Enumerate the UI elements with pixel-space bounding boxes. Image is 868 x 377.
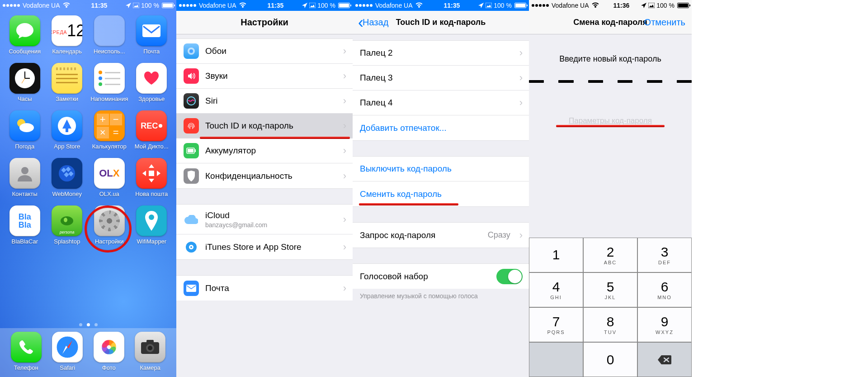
- sounds-icon: [184, 68, 199, 84]
- dock-phone[interactable]: Телефон: [11, 332, 42, 371]
- app-mail[interactable]: Почта: [132, 15, 171, 55]
- wifi-icon: [63, 0, 70, 11]
- svg-point-7: [19, 123, 34, 132]
- key-1[interactable]: 1: [529, 238, 583, 272]
- chevron-right-icon: ›: [519, 72, 523, 84]
- navbar: ‹Назад Touch ID и код-пароль: [353, 11, 529, 34]
- app-appstore[interactable]: App Store: [48, 110, 87, 150]
- location-icon: [302, 3, 307, 8]
- app-splashtop[interactable]: persona Splashtop: [48, 205, 87, 245]
- app-health[interactable]: Здоровье: [132, 63, 171, 102]
- row-sounds[interactable]: Звуки ›: [176, 64, 353, 89]
- svg-point-34: [148, 346, 152, 350]
- key-backspace[interactable]: [637, 342, 692, 377]
- key-8[interactable]: 8TUV: [583, 307, 637, 342]
- row-siri[interactable]: Siri ›: [176, 89, 353, 114]
- clock: 11:35: [73, 0, 126, 11]
- row-finger-4[interactable]: Палец 4›: [353, 91, 529, 115]
- row-add-fingerprint[interactable]: Добавить отпечаток...: [353, 115, 529, 140]
- battery-row-icon: [184, 143, 199, 158]
- app-olx[interactable]: OLX OLX.ua: [90, 158, 129, 197]
- passcode-options[interactable]: Параметры код-пароля: [529, 116, 692, 125]
- nav-title: Смена код-пароля: [573, 18, 647, 27]
- svg-rect-45: [186, 285, 196, 292]
- row-change-passcode[interactable]: Сменить код-пароль: [353, 181, 529, 206]
- picture-icon: [309, 3, 316, 8]
- row-mail[interactable]: Почта ›: [176, 276, 353, 301]
- cancel-button[interactable]: Отменить: [641, 11, 689, 34]
- app-messages[interactable]: Сообщения: [5, 15, 44, 55]
- row-touchid[interactable]: Touch ID и код-пароль ›: [176, 114, 353, 138]
- battery-pct: 100 %: [141, 0, 159, 11]
- row-finger-3[interactable]: Палец 3›: [353, 66, 529, 91]
- dock-camera[interactable]: Камера: [135, 332, 165, 371]
- dock-photos[interactable]: Фото: [94, 332, 124, 371]
- svg-rect-32: [146, 340, 154, 344]
- calendar-weekday: СРЕДА: [52, 27, 67, 35]
- key-3[interactable]: 3DEF: [637, 238, 692, 272]
- app-contacts[interactable]: Контакты: [5, 158, 44, 197]
- screen-home: Vodafone UA 11:35 100 % Сообщения СРЕДА …: [0, 0, 176, 377]
- status-bar: Vodafone UA 11:35 100 %: [0, 0, 176, 11]
- calendar-day: 12: [67, 23, 82, 39]
- app-reminders[interactable]: Напоминания: [90, 63, 129, 102]
- app-calculator[interactable]: + − × = Калькулятор: [90, 110, 129, 150]
- app-clock[interactable]: Часы: [5, 63, 44, 102]
- nav-title: Touch ID и код-пароль: [396, 18, 486, 27]
- row-battery[interactable]: Аккумулятор ›: [176, 138, 353, 163]
- app-blablacar[interactable]: BlaBlaBlaBlaCar: [5, 205, 44, 245]
- chevron-right-icon: ›: [343, 95, 346, 107]
- row-turnoff-passcode[interactable]: Выключить код-пароль: [353, 157, 529, 181]
- app-webmoney[interactable]: WebMoney: [48, 158, 87, 197]
- row-wallpaper[interactable]: Обои ›: [176, 39, 353, 64]
- row-voice-dial[interactable]: Голосовой набор: [353, 264, 529, 289]
- page-dots: [0, 323, 176, 326]
- key-0[interactable]: 0: [583, 342, 637, 377]
- svg-point-9: [21, 167, 28, 174]
- app-notes[interactable]: Заметки: [48, 63, 87, 102]
- svg-rect-40: [188, 149, 193, 153]
- svg-point-44: [190, 246, 192, 248]
- carrier: Vodafone UA: [23, 0, 60, 11]
- row-require-passcode[interactable]: Запрос код-пароля Сразу ›: [353, 223, 529, 248]
- key-6[interactable]: 6MNO: [637, 272, 692, 307]
- app-calendar[interactable]: СРЕДА 12 Календарь: [48, 15, 87, 55]
- chevron-right-icon: ›: [519, 229, 523, 241]
- toggle-on[interactable]: [496, 269, 523, 284]
- picture-icon: [133, 3, 139, 8]
- app-folder[interactable]: Неисполь...: [90, 15, 129, 55]
- key-7[interactable]: 7PQRS: [529, 307, 583, 342]
- nav-title: Настройки: [241, 17, 288, 28]
- app-weather[interactable]: Погода: [5, 110, 44, 150]
- back-button[interactable]: ‹Назад: [354, 11, 392, 34]
- highlight-ring: [85, 205, 132, 253]
- dock-safari[interactable]: Safari: [52, 332, 83, 371]
- svg-point-18: [149, 215, 154, 220]
- screen-settings: Vodafone UA 11:35 100 % Настройки Обои ›…: [176, 0, 353, 377]
- key-5[interactable]: 5JKL: [583, 272, 637, 307]
- wifi-icon: [592, 0, 599, 11]
- chevron-right-icon: ›: [343, 70, 346, 82]
- navbar: Смена код-пароля Отменить: [529, 11, 692, 34]
- row-itunes[interactable]: iTunes Store и App Store ›: [176, 234, 353, 259]
- key-2[interactable]: 2ABC: [583, 238, 637, 272]
- status-bar: Vodafone UA 11:35 100 %: [176, 0, 353, 11]
- battery-icon: [162, 3, 174, 8]
- row-finger-2[interactable]: Палец 2›: [353, 41, 529, 66]
- svg-point-17: [64, 218, 67, 222]
- svg-rect-41: [195, 149, 196, 152]
- prompt: Введите новый код-пароль: [529, 54, 692, 64]
- svg-point-37: [189, 49, 193, 53]
- key-4[interactable]: 4GHI: [529, 272, 583, 307]
- home-grid: Сообщения СРЕДА 12 Календарь Неисполь...…: [0, 11, 176, 247]
- privacy-icon: [184, 168, 199, 184]
- touchid-icon: [184, 118, 199, 134]
- row-icloud[interactable]: iCloud banzaycs@gmail.com ›: [176, 205, 353, 234]
- app-wifimapper[interactable]: WifiMapper: [132, 205, 171, 245]
- chevron-right-icon: ›: [343, 241, 346, 253]
- row-privacy[interactable]: Конфиденциальность ›: [176, 163, 353, 188]
- app-dictaphone[interactable]: REC Мой Дикто...: [132, 110, 171, 150]
- key-9[interactable]: 9WXYZ: [637, 307, 692, 342]
- app-novaposhta[interactable]: Нова пошта: [132, 158, 171, 197]
- passcode-dashes: [529, 80, 692, 83]
